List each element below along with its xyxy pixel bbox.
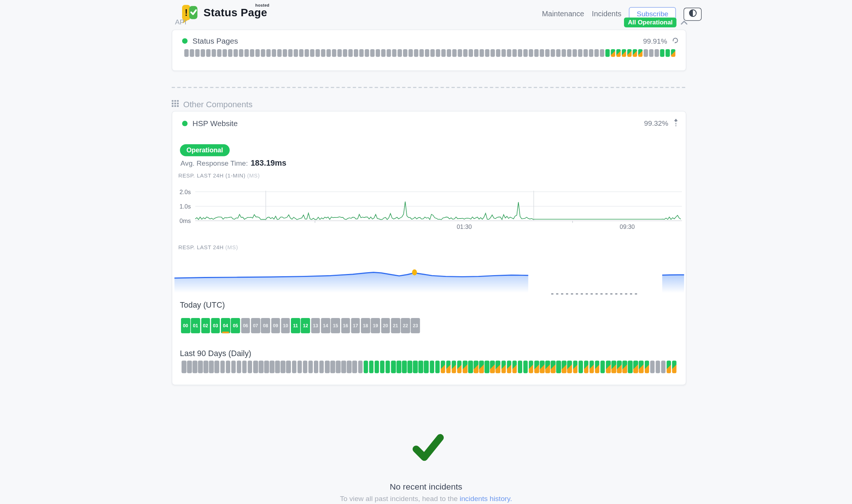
uptime-bar-empty <box>266 49 271 57</box>
uptime-bar-empty <box>419 49 424 57</box>
uptime-bar-empty <box>359 49 364 57</box>
hour-cell-12: 12 <box>301 318 310 333</box>
status-badge: All Operational <box>624 17 677 27</box>
component-status-pages[interactable]: Status Pages <box>182 37 238 45</box>
uptime-bar-empty <box>655 361 660 373</box>
status-page: ! Status Page hosted Maintenance Inciden… <box>0 0 852 504</box>
nav-maintenance[interactable]: Maintenance <box>542 10 584 18</box>
hour-cell-10: 10 <box>281 318 290 333</box>
uptime-bar-empty <box>551 49 555 57</box>
response-time-minute-chart[interactable]: 2.0s 1.0s 0ms 01:30 09:30 <box>172 183 685 234</box>
uptime-bar-empty <box>293 49 298 57</box>
uptime-bar-empty <box>255 49 260 57</box>
uptime-bar-partial <box>616 49 621 57</box>
uptime-bar-up <box>665 49 670 57</box>
component-hsp-website[interactable]: HSP Website <box>182 119 238 128</box>
uptime-bar-empty <box>348 49 353 57</box>
check-icon <box>412 433 445 466</box>
uptime-bar-up <box>660 49 664 57</box>
y-tick: 2.0s <box>172 189 191 195</box>
hover-point-marker <box>412 269 417 275</box>
uptime-bar-partial <box>501 361 506 373</box>
uptime-bar-empty <box>286 361 291 373</box>
uptime-bar-empty <box>182 361 187 373</box>
chevron-up-icon[interactable] <box>680 17 688 27</box>
response-time-area-chart[interactable] <box>172 263 685 298</box>
uptime-bar-empty <box>523 49 528 57</box>
uptime-bar-partial <box>490 361 495 373</box>
uptime-bar-empty <box>589 49 593 57</box>
uptime-bar-empty <box>512 49 517 57</box>
uptime-bar-empty <box>297 361 302 373</box>
uptime-bar-empty <box>303 361 308 373</box>
hsp-website-card: HSP Website 99.32% Operational Avg. Resp… <box>172 111 686 385</box>
uptime-bar-empty <box>409 49 413 57</box>
uptime-bar-empty <box>358 361 363 373</box>
uptime-bar-partial <box>529 361 534 373</box>
uptime-bar-empty <box>649 49 654 57</box>
api-card: Status Pages 99.91% <box>172 30 686 71</box>
x-tick: 01:30 <box>457 223 472 230</box>
nav-incidents[interactable]: Incidents <box>592 10 621 18</box>
uptime-bar-up <box>606 49 610 57</box>
uptime-bar-empty <box>250 49 254 57</box>
uptime-bar-empty <box>502 49 506 57</box>
uptime-bar-empty <box>319 361 324 373</box>
uptime-bar-empty <box>316 49 320 57</box>
hour-cell-18: 18 <box>361 318 370 333</box>
uptime-bar-empty <box>281 361 286 373</box>
uptime-bar-empty <box>204 361 208 373</box>
avg-response-time: Avg. Response Time:183.19ms <box>181 158 286 167</box>
hour-cell-19: 19 <box>371 318 380 333</box>
x-tick: 09:30 <box>620 223 635 230</box>
uptime-bar-empty <box>661 361 666 373</box>
uptime-bar-empty <box>242 361 247 373</box>
uptime-bar-empty <box>578 49 583 57</box>
overall-status[interactable]: All Operational <box>624 17 688 27</box>
uptime-bar-partial <box>667 361 671 373</box>
uptime-bars-status-pages <box>172 45 685 57</box>
uptime-bar-empty <box>650 361 655 373</box>
uptime-bar-empty <box>403 49 407 57</box>
uptime-bar-empty <box>217 49 222 57</box>
hour-cell-08: 08 <box>261 318 270 333</box>
hour-cell-21: 21 <box>391 318 400 333</box>
uptime-bar-partial <box>440 361 445 373</box>
uptime-bar-partial <box>474 361 479 373</box>
refresh-icon[interactable] <box>672 37 679 45</box>
uptime-bar-empty <box>573 49 577 57</box>
hour-cell-02: 02 <box>201 318 210 333</box>
uptime-bar-empty <box>331 361 335 373</box>
uptime-bar-empty <box>485 49 490 57</box>
uptime-bar-up <box>518 361 523 373</box>
hour-cell-13: 13 <box>311 318 320 333</box>
hour-cell-05: 05 <box>231 318 240 333</box>
uptime-bar-empty <box>198 361 203 373</box>
incidents-history-link[interactable]: incidents history. <box>460 494 512 503</box>
uptime-bar-empty <box>228 49 232 57</box>
today-hour-cells: 0001020304050607080910111213141516171819… <box>181 318 420 333</box>
uptime-bar-partial <box>622 49 626 57</box>
uptime-bar-empty <box>392 49 396 57</box>
uptime-bar-empty <box>184 49 189 57</box>
hour-cell-04: 04 <box>221 318 230 333</box>
uptime-bar-partial <box>567 361 572 373</box>
uptime-bar-up <box>485 361 490 373</box>
theme-contrast-icon <box>688 9 697 19</box>
uptime-bar-empty <box>600 49 604 57</box>
uptime-bar-empty <box>308 361 313 373</box>
uptime-bar-up <box>402 361 407 373</box>
uptime-bar-partial <box>633 49 637 57</box>
section-title-api: API <box>175 18 187 26</box>
uptime-bar-empty <box>490 49 495 57</box>
uptime-bar-empty <box>277 49 282 57</box>
uptime-bar-up <box>435 361 440 373</box>
uptime-bar-empty <box>540 49 544 57</box>
uptime-bar-up <box>523 361 528 373</box>
uptime-bar-partial <box>672 361 677 373</box>
hour-cell-07: 07 <box>251 318 260 333</box>
uptime-bar-partial <box>534 361 539 373</box>
uptime-bar-empty <box>414 49 418 57</box>
uptime-bar-partial <box>611 49 615 57</box>
uptime-bar-partial <box>617 361 622 373</box>
